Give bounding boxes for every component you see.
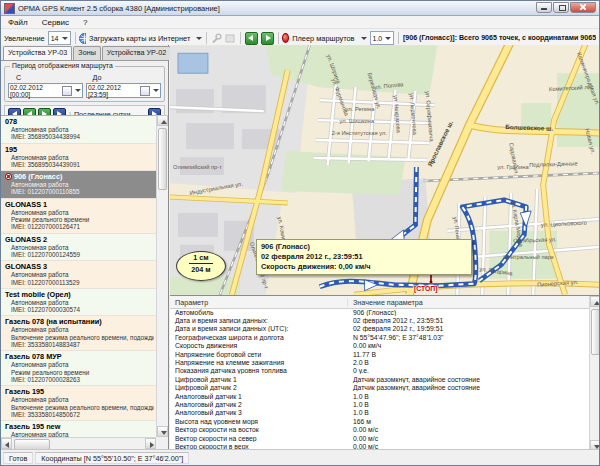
param-row[interactable]: Аналоговый датчик 21.0 В bbox=[170, 400, 589, 408]
zoom-select[interactable]: 14 bbox=[48, 31, 71, 45]
tab-Устройства УР-02[interactable]: Устройства УР-02 bbox=[102, 46, 171, 60]
device-item[interactable]: Газель 195 newАвтономная работаРежим реа… bbox=[1, 421, 156, 437]
param-value: 0.00 км/ч bbox=[348, 342, 589, 349]
param-name: Дата и время записи данных (UTC): bbox=[170, 325, 348, 332]
param-row[interactable]: Цифровой датчик 2Датчик разомкнут, авари… bbox=[170, 384, 589, 392]
status-coordinates: Координаты [N 55°55'10.50"; E 37°46'2.00… bbox=[35, 452, 189, 464]
device-list-horizontal-scrollbar[interactable] bbox=[1, 437, 156, 449]
param-row[interactable]: Показания датчика уровня топлива0 у.е. bbox=[170, 367, 589, 375]
device-item[interactable]: 195Автономная работаIMEI: 35689503443909… bbox=[1, 144, 156, 172]
zoom-value: 14 bbox=[51, 35, 59, 42]
status-ready: Готов bbox=[3, 452, 33, 464]
param-row[interactable]: Высота над уровнем моря166 м bbox=[170, 417, 589, 425]
parameters-vertical-scrollbar[interactable] bbox=[589, 296, 600, 451]
param-value-header: Значение параметра bbox=[348, 298, 600, 307]
route-player-button[interactable]: Плеер маршрутов bbox=[292, 34, 354, 43]
date-from-input[interactable]: 02.02.2012 [00:00] bbox=[8, 83, 83, 98]
device-item[interactable]: GLONASS 2Автономная работаIMEI: 01220700… bbox=[1, 234, 156, 262]
scroll-left-button[interactable] bbox=[1, 438, 12, 449]
scrollbar-thumb[interactable] bbox=[158, 128, 167, 190]
device-item[interactable]: Газель 078 (на испытании)Автономная рабо… bbox=[1, 316, 156, 351]
device-status-line: Автономная работа bbox=[5, 209, 154, 216]
device-list: 078Автономная работаIMEI: 35689503443899… bbox=[1, 115, 156, 437]
device-status-line: Автономная работа bbox=[5, 126, 154, 133]
period-groupbox: Период отображения маршрута С До 02.02.2… bbox=[4, 66, 165, 102]
device-status-line: IMEI: 012207000124559 bbox=[5, 251, 154, 258]
param-name: Показания датчика уровня топлива bbox=[170, 367, 348, 374]
device-name: Газель 195 new bbox=[5, 422, 154, 431]
tab-Устройства УР-03[interactable]: Устройства УР-03 bbox=[3, 46, 72, 60]
param-name: Высота над уровнем моря bbox=[170, 418, 348, 425]
separator bbox=[240, 32, 241, 44]
chevron-down-icon[interactable] bbox=[153, 89, 159, 92]
device-item[interactable]: 078Автономная работаIMEI: 35689503443899… bbox=[1, 116, 156, 144]
param-row[interactable]: Дата и время записи данных:02 февраля 20… bbox=[170, 316, 589, 324]
zoom-label: Увеличение bbox=[4, 34, 45, 43]
menu-item-Файл[interactable]: Файл bbox=[1, 18, 35, 27]
param-value: 1.0 В bbox=[348, 409, 589, 416]
param-row[interactable]: Скорость движения0.00 км/ч bbox=[170, 342, 589, 350]
chevron-down-icon[interactable] bbox=[75, 89, 81, 92]
player-speed-select[interactable]: 1.0 bbox=[370, 31, 395, 45]
scroll-right-button[interactable] bbox=[145, 438, 156, 449]
param-row[interactable]: Автомобиль906 (Глонасс) bbox=[170, 308, 589, 316]
device-name: Газель 078 МУР bbox=[5, 352, 154, 361]
param-name: Вектор скорости на восток bbox=[170, 426, 348, 433]
device-item[interactable]: Газель 078 МУРАвтономная работаРежим реа… bbox=[1, 351, 156, 386]
device-item[interactable]: GLONASS 1Автономная работаРежим реальног… bbox=[1, 199, 156, 234]
device-item[interactable]: 906 (Глонасс)Автономная работаIMEI: 0122… bbox=[1, 171, 156, 199]
stadium-area bbox=[178, 53, 208, 73]
param-row[interactable]: Географическая широта и долготаN 55°54'4… bbox=[170, 333, 589, 341]
scroll-down-button[interactable] bbox=[157, 426, 168, 437]
device-item[interactable]: GLONASS 3Автономная работаIMEI: 01220700… bbox=[1, 261, 156, 289]
calendar-icon[interactable] bbox=[62, 86, 72, 96]
map-view[interactable]: ул. Поповаул. ШоринаИндустриальная ул.Ол… bbox=[170, 45, 600, 295]
zone-in-button[interactable] bbox=[245, 31, 258, 45]
minimize-button[interactable] bbox=[536, 2, 552, 13]
green-arrow-left-icon bbox=[245, 32, 258, 45]
param-row[interactable]: Аналоговый датчик 31.0 В bbox=[170, 409, 589, 417]
calendar-icon[interactable] bbox=[140, 86, 150, 96]
tab-Зоны[interactable]: Зоны bbox=[73, 46, 100, 60]
player-speed-value: 1.0 bbox=[373, 35, 383, 42]
device-item[interactable]: Test mobile (Орел)Автономная работаIMEI:… bbox=[1, 289, 156, 317]
chevron-down-icon[interactable] bbox=[361, 37, 367, 40]
param-name-header: Параметр bbox=[170, 298, 348, 307]
menu-item-?[interactable]: ? bbox=[76, 18, 94, 27]
param-value: 0.00 м/с bbox=[348, 435, 589, 442]
param-row[interactable]: Напряжение на клемме зажигания2.0 В bbox=[170, 358, 589, 366]
zone-out-button[interactable] bbox=[261, 31, 274, 45]
chevron-down-icon[interactable] bbox=[196, 37, 202, 40]
param-value: 0 у.е. bbox=[348, 367, 589, 374]
title-bar[interactable]: ОРМА GPS Клиент 2.5 сборка 4380 [Админис… bbox=[1, 1, 599, 16]
scroll-up-button[interactable] bbox=[590, 296, 600, 307]
scrollbar-thumb[interactable] bbox=[591, 309, 600, 355]
device-item[interactable]: Газель 195Автономная работаВключение реж… bbox=[1, 386, 156, 421]
param-row[interactable]: Вектор скорости на восток0.00 м/с bbox=[170, 425, 589, 433]
param-value: 02 февраля 2012 г., 23:59:51 bbox=[348, 317, 589, 324]
param-name: Цифровой датчик 1 bbox=[170, 376, 348, 383]
device-status-line: IMEI: 012207000113529 bbox=[5, 279, 154, 286]
scale-cm: 1 см bbox=[189, 252, 212, 264]
param-row[interactable]: Напряжение бортовой сети11.77 В bbox=[170, 350, 589, 358]
param-row[interactable]: Дата и время записи данных (UTC):02 февр… bbox=[170, 325, 589, 333]
date-to-input[interactable]: 02.02.2012 [23:59] bbox=[86, 83, 161, 98]
map-street-label: Центральный парк bbox=[503, 254, 554, 260]
device-name: GLONASS 2 bbox=[5, 235, 154, 244]
layers-button[interactable] bbox=[225, 31, 236, 45]
param-row[interactable]: Вектор скорости на север0.00 м/с bbox=[170, 434, 589, 442]
scroll-up-button[interactable] bbox=[157, 115, 168, 126]
maximize-button[interactable] bbox=[553, 2, 569, 13]
param-row[interactable]: Аналоговый датчик 11.0 В bbox=[170, 392, 589, 400]
tools-button[interactable] bbox=[211, 31, 222, 45]
param-row[interactable]: Цифровой датчик 1Датчик разомкнут, авари… bbox=[170, 375, 589, 383]
menu-item-Сервис[interactable]: Сервис bbox=[35, 18, 76, 27]
close-button[interactable] bbox=[570, 2, 596, 13]
param-value: 02 февраля 2012 г., 19:59:51 bbox=[348, 325, 589, 332]
sidebar-tabs: Устройства УР-03ЗоныУстройства УР-02 bbox=[1, 45, 168, 61]
load-maps-button[interactable]: Загружать карты из Интернет bbox=[89, 34, 190, 43]
record-icon bbox=[282, 33, 289, 43]
device-list-vertical-scrollbar[interactable] bbox=[156, 115, 168, 437]
chevron-down-icon bbox=[385, 37, 391, 40]
tooltip-datetime: 02 февраля 2012 г., 23:59:51 bbox=[261, 252, 467, 262]
